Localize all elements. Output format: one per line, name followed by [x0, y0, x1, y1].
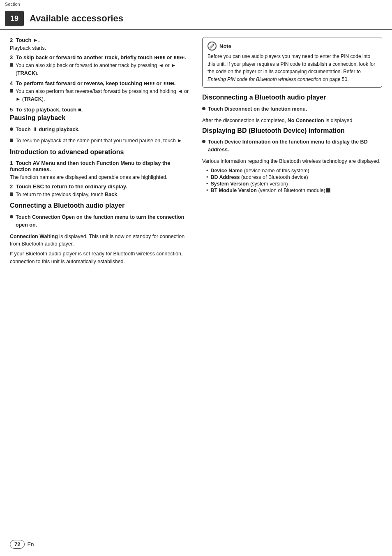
dot-bullet: •: [206, 168, 208, 174]
note-body: Before you can use audio players you may…: [208, 53, 377, 83]
left-column: 2 Touch ►. Playback starts. 3 To skip ba…: [10, 37, 190, 268]
bd-item-3-text: System Version (system version): [210, 181, 288, 187]
dot-bullet: •: [206, 181, 208, 187]
bd-dot-heading: Touch Device Information on the function…: [208, 138, 382, 154]
step-3-heading: 3 To skip back or forward to another tra…: [10, 54, 190, 60]
step-3-bullet-text: You can also skip back or forward to ano…: [16, 62, 190, 77]
note-header: Note: [208, 42, 377, 51]
connecting-dot-item: Touch Connection Open on the function me…: [10, 213, 190, 231]
step-4-bullet: You can also perform fast reverse/fast f…: [10, 88, 190, 105]
bullet-dot-icon: [202, 140, 205, 143]
bullet-dot-icon: [10, 215, 13, 218]
step-3: 3 To skip back or forward to another tra…: [10, 54, 190, 79]
section-label: Section: [5, 2, 20, 7]
step-4-bullet-text: You can also perform fast reverse/fast f…: [16, 88, 190, 103]
page-footer: 72 En: [10, 540, 34, 549]
bullet-dot-icon: [202, 107, 205, 110]
intro-steps: 2 Touch ►. Playback starts. 3 To skip ba…: [10, 37, 190, 113]
note-svg-icon: [209, 43, 215, 49]
stop-icon: [326, 188, 330, 192]
dot-bullet: •: [206, 174, 208, 180]
connecting-title: Connecting a Bluetooth audio player: [10, 202, 190, 210]
connecting-dot-heading: Touch Connection Open on the function me…: [16, 213, 190, 229]
step-5: 5 To stop playback, touch ■.: [10, 107, 190, 113]
advanced-title: Introduction to advanced operations: [10, 148, 190, 157]
adv-step-2-heading: 2 Touch ESC to return to the ordinary di…: [10, 183, 190, 190]
bd-body: Various information regarding the Blueto…: [202, 158, 382, 165]
pausing-dot-item: Touch ⏸ during playback.: [10, 126, 190, 136]
adv-step-1-body: The function names are displayed and ope…: [10, 174, 190, 181]
connecting-body-2: If your Bluetooth audio player is set re…: [10, 250, 190, 266]
pausing-dot-heading: Touch ⏸ during playback.: [16, 126, 80, 134]
step-4-heading: 4 To perform fast forward or reverse, ke…: [10, 80, 190, 86]
right-column: Note Before you can use audio players yo…: [202, 37, 382, 268]
bd-item-1-text: Device Name (device name of this system): [210, 168, 309, 174]
note-title: Note: [219, 43, 231, 49]
adv-step-1-heading: 1 Touch AV Menu and then touch Function …: [10, 160, 190, 172]
bullet-icon: [10, 139, 13, 142]
bd-list-item-1: • Device Name (device name of this syste…: [206, 168, 382, 174]
step-2-body: Playback starts.: [10, 44, 190, 52]
bd-section: Displaying BD (Bluetooth Device) informa…: [202, 127, 382, 193]
step-3-bullet: You can also skip back or forward to ano…: [10, 62, 190, 79]
header: 19 Available accessories: [0, 8, 392, 30]
dot-bullet: •: [206, 188, 208, 193]
step-2-heading: 2 Touch ►.: [10, 37, 190, 43]
bullet-dot-icon: [10, 127, 13, 131]
section-number: 19: [5, 11, 24, 26]
bullet-icon: [10, 63, 13, 67]
adv-step-1: 1 Touch AV Menu and then touch Function …: [10, 160, 190, 181]
page-title: Available accessories: [30, 13, 123, 24]
bd-title: Displaying BD (Bluetooth Device) informa…: [202, 127, 382, 135]
main-content: 2 Touch ►. Playback starts. 3 To skip ba…: [0, 30, 392, 275]
bd-item-4-text: BT Module Version (version of Bluetooth …: [210, 188, 330, 193]
adv-step-2-body: To return to the previous display, touch…: [16, 191, 119, 199]
bd-list-item-2: • BD Address (address of Bluetooth devic…: [206, 174, 382, 180]
bullet-icon: [10, 89, 13, 93]
connecting-section: Connecting a Bluetooth audio player Touc…: [10, 202, 190, 265]
disconnecting-title: Disconnecting a Bluetooth audio player: [202, 93, 382, 102]
disconnecting-body: After the disconnection is completed, No…: [202, 117, 382, 125]
step-2: 2 Touch ►. Playback starts.: [10, 37, 190, 52]
connecting-body-1: Connection Waiting is displayed. This un…: [10, 233, 190, 248]
disconnecting-section: Disconnecting a Bluetooth audio player T…: [202, 93, 382, 124]
step-5-heading: 5 To stop playback, touch ■.: [10, 107, 190, 113]
language-label: En: [27, 541, 34, 547]
bd-item-2-text: BD Address (address of Bluetooth device): [210, 174, 308, 180]
pausing-title: Pausing playback: [10, 114, 190, 123]
note-box: Note Before you can use audio players yo…: [202, 37, 382, 88]
step-4: 4 To perform fast forward or reverse, ke…: [10, 80, 190, 105]
pausing-body-bullet: To resume playback at the same point tha…: [10, 137, 190, 147]
bd-dot-item: Touch Device Information on the function…: [202, 138, 382, 156]
page-number: 72: [10, 540, 25, 549]
adv-step-2: 2 Touch ESC to return to the ordinary di…: [10, 183, 190, 201]
adv-step-2-bullet: To return to the previous display, touch…: [10, 191, 190, 201]
disconnecting-dot-item: Touch Disconnect on the function menu.: [202, 105, 382, 115]
bullet-icon: [10, 192, 13, 196]
disconnecting-dot-heading: Touch Disconnect on the function menu.: [208, 105, 307, 113]
pausing-section: Pausing playback Touch ⏸ during playback…: [10, 114, 190, 147]
bd-list-item-4: • BT Module Version (version of Bluetoot…: [206, 188, 382, 193]
bd-list: • Device Name (device name of this syste…: [206, 168, 382, 193]
note-pencil-icon: [208, 42, 217, 51]
advanced-section: Introduction to advanced operations 1 To…: [10, 148, 190, 200]
bd-list-item-3: • System Version (system version): [206, 181, 382, 187]
pausing-body: To resume playback at the same point tha…: [16, 137, 184, 145]
